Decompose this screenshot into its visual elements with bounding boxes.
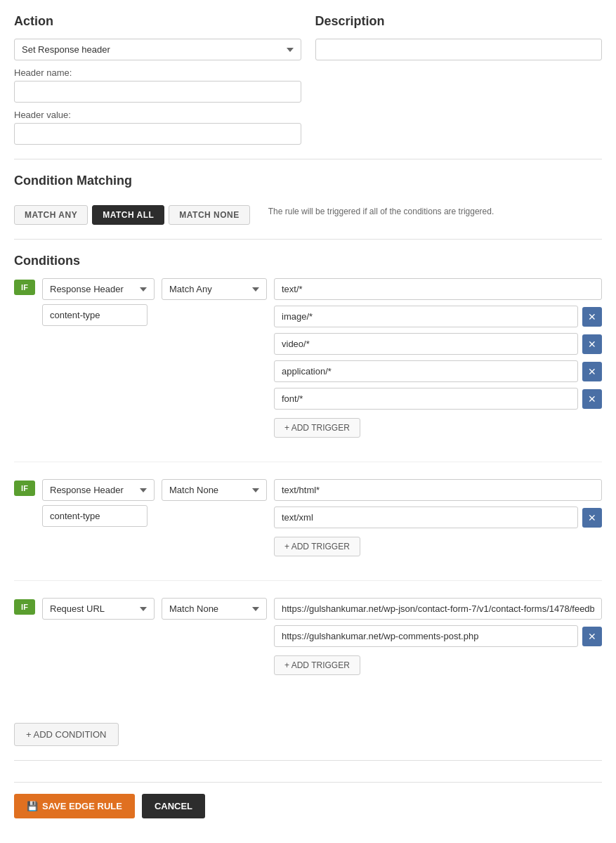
remove-trigger-1-3[interactable]: ✕	[582, 362, 602, 381]
trigger-input-2-0[interactable]	[274, 479, 602, 501]
add-condition-button[interactable]: + ADD CONDITION	[14, 723, 119, 746]
condition-row-2: IF Response Header Request Header Reques…	[14, 479, 602, 556]
match-all-button[interactable]: MATCH ALL	[92, 205, 164, 225]
remove-trigger-1-4[interactable]: ✕	[582, 389, 602, 409]
field-select-1[interactable]: Response Header Request Header Request U…	[42, 278, 155, 300]
cancel-label: CANCEL	[155, 801, 192, 811]
save-label: SAVE EDGE RULE	[42, 801, 122, 811]
triggers-col-3: ✕ + ADD TRIGGER	[274, 598, 602, 675]
field-value-2[interactable]	[42, 505, 148, 527]
match-any-button[interactable]: MATCH ANY	[14, 205, 88, 225]
remove-trigger-1-1[interactable]: ✕	[582, 307, 602, 327]
field-select-2[interactable]: Response Header Request Header Request U…	[42, 479, 155, 501]
trigger-input-1-1[interactable]	[274, 306, 578, 327]
conditions-section: Conditions IF Response Header Request He…	[14, 254, 602, 746]
trigger-row-1-4: ✕	[274, 388, 602, 410]
trigger-row-2-0	[274, 479, 602, 501]
trigger-row-1-2: ✕	[274, 333, 602, 355]
divider-2	[14, 239, 602, 240]
remove-trigger-1-2[interactable]: ✕	[582, 334, 602, 354]
trigger-input-1-2[interactable]	[274, 333, 578, 355]
if-badge-2: IF	[14, 481, 35, 496]
action-type-select[interactable]: Set Response header Set Request header R…	[14, 39, 301, 60]
footer-actions: 💾 SAVE EDGE RULE CANCEL	[14, 782, 602, 818]
add-trigger-button-3[interactable]: + ADD TRIGGER	[274, 655, 360, 675]
save-icon: 💾	[27, 801, 38, 811]
if-badge-3: IF	[14, 599, 35, 615]
add-trigger-button-1[interactable]: + ADD TRIGGER	[274, 418, 360, 438]
match-none-button[interactable]: MATCH NONE	[169, 205, 249, 225]
trigger-input-3-0[interactable]	[274, 598, 602, 620]
remove-trigger-3-1[interactable]: ✕	[582, 627, 602, 646]
condition-row-3: IF Response Header Request Header Reques…	[14, 598, 602, 675]
trigger-row-1-0	[274, 278, 602, 300]
triggers-col-1: ✕ ✕ ✕ ✕ + ADD TRIGGER	[274, 278, 602, 438]
condition-block-1: IF Response Header Request Header Reques…	[14, 278, 602, 462]
triggers-col-2: ✕ + ADD TRIGGER	[274, 479, 602, 556]
action-title: Action	[14, 14, 301, 29]
trigger-row-3-1: ✕	[274, 625, 602, 647]
match-select-2[interactable]: Match Any Match All Match None	[162, 479, 267, 501]
remove-trigger-2-1[interactable]: ✕	[582, 508, 602, 528]
header-name-input[interactable]: Cache-Control	[14, 81, 301, 103]
match-buttons-group: MATCH ANY MATCH ALL MATCH NONE	[14, 205, 250, 225]
save-edge-rule-button[interactable]: 💾 SAVE EDGE RULE	[14, 794, 135, 818]
header-value-input[interactable]: max-age=604800, immutable, s-maxage=2592…	[14, 123, 301, 145]
if-badge-1: IF	[14, 280, 35, 295]
trigger-input-3-1[interactable]	[274, 625, 578, 647]
header-name-label: Header name:	[14, 67, 301, 78]
header-value-label: Header value:	[14, 110, 301, 120]
trigger-row-2-1: ✕	[274, 507, 602, 528]
add-trigger-button-2[interactable]: + ADD TRIGGER	[274, 537, 360, 556]
condition-matching-title: Condition Matching	[14, 174, 602, 188]
conditions-title: Conditions	[14, 254, 602, 268]
cancel-button[interactable]: CANCEL	[142, 794, 205, 818]
condition-block-2: IF Response Header Request Header Reques…	[14, 479, 602, 581]
trigger-input-2-1[interactable]	[274, 507, 578, 528]
trigger-input-1-3[interactable]	[274, 360, 578, 382]
divider-3	[14, 760, 602, 761]
description-input[interactable]: Browser Cache for Static Content based o…	[315, 39, 603, 60]
add-condition-label: + ADD CONDITION	[26, 729, 107, 740]
condition-block-3: IF Response Header Request Header Reques…	[14, 598, 602, 699]
field-value-1[interactable]	[42, 304, 148, 326]
match-hint: The rule will be triggered if all of the…	[268, 207, 494, 216]
divider-1	[14, 159, 602, 159]
condition-selects-1: Response Header Request Header Request U…	[42, 278, 155, 326]
match-select-1[interactable]: Match Any Match All Match None	[162, 278, 267, 300]
trigger-row-3-0	[274, 598, 602, 620]
condition-selects-3: Response Header Request Header Request U…	[42, 598, 155, 620]
field-select-3[interactable]: Response Header Request Header Request U…	[42, 598, 155, 620]
condition-row-1: IF Response Header Request Header Reques…	[14, 278, 602, 438]
condition-matching-section: Condition Matching MATCH ANY MATCH ALL M…	[14, 174, 602, 225]
description-title: Description	[315, 14, 603, 29]
trigger-input-1-4[interactable]	[274, 388, 578, 410]
match-select-3[interactable]: Match Any Match All Match None	[162, 598, 267, 620]
trigger-row-1-3: ✕	[274, 360, 602, 382]
trigger-row-1-1: ✕	[274, 306, 602, 327]
condition-selects-2: Response Header Request Header Request U…	[42, 479, 155, 527]
trigger-input-1-0[interactable]	[274, 278, 602, 300]
